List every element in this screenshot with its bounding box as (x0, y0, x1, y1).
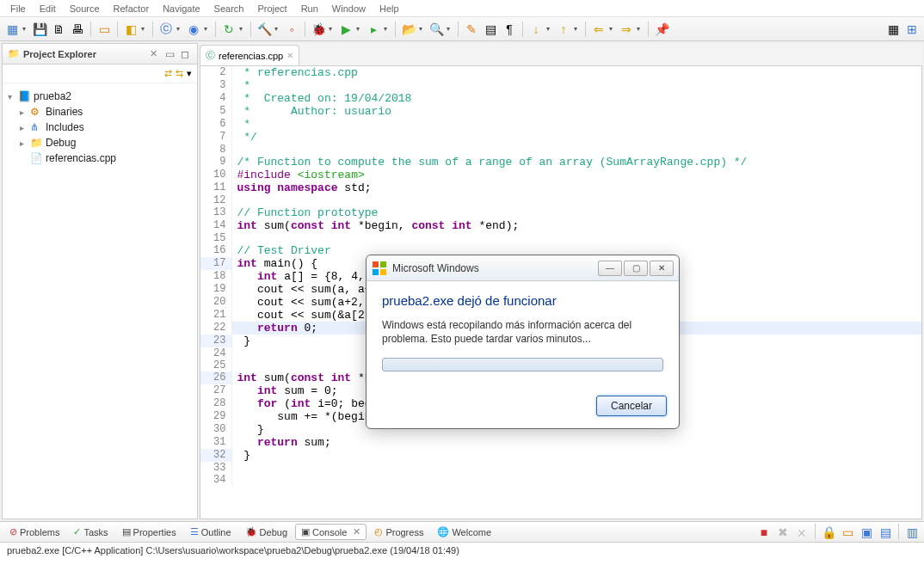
package-icon[interactable]: ◧ (122, 21, 139, 38)
tab-welcome[interactable]: 🌐Welcome (431, 524, 497, 540)
search-dropdown[interactable]: ▾ (447, 25, 453, 33)
perspective-icon[interactable]: ▦ (884, 21, 902, 38)
expand-toggle-icon[interactable]: ▸ (20, 123, 30, 132)
menu-refactor[interactable]: Refactor (107, 2, 157, 15)
tab-label: Tasks (83, 527, 108, 537)
c-dropdown[interactable]: ▾ (176, 25, 183, 33)
cancel-button[interactable]: Cancelar (596, 396, 667, 416)
tree-node-includes[interactable]: ▸ ⋔ Includes (8, 120, 192, 135)
display-selected-icon[interactable]: ▣ (858, 524, 875, 541)
new-dropdown[interactable]: ▾ (22, 25, 29, 33)
stop-icon[interactable]: ◦ (283, 21, 300, 38)
open-perspective-icon[interactable]: ⊞ (903, 21, 921, 38)
code-line (231, 462, 921, 474)
show-whitespace-icon[interactable]: ¶ (501, 21, 518, 38)
refresh-dropdown[interactable]: ▾ (239, 25, 246, 33)
console-output[interactable]: prueba2.exe [C/C++ Application] C:\Users… (0, 543, 924, 571)
target-icon[interactable]: ◉ (185, 21, 202, 38)
tab-debug[interactable]: 🐞Debug (239, 524, 293, 540)
project-icon: 📘 (18, 90, 32, 102)
menu-window[interactable]: Window (325, 2, 373, 15)
expand-toggle-icon[interactable]: ▸ (20, 107, 30, 117)
tab-properties[interactable]: ▤Properties (116, 524, 182, 540)
prev-annotation-icon[interactable]: ↑ (555, 21, 572, 38)
run-icon[interactable]: ▶ (337, 21, 354, 38)
tree-label: Includes (46, 121, 84, 133)
menu-edit[interactable]: Edit (33, 2, 63, 15)
svg-rect-2 (373, 269, 379, 275)
hammer-dropdown[interactable]: ▾ (274, 25, 281, 33)
remove-launch-icon[interactable]: ✖ (774, 524, 792, 541)
back-dropdown[interactable]: ▾ (609, 25, 616, 33)
tree-node-binaries[interactable]: ▸ ⚙ Binaries (8, 104, 192, 120)
print-icon[interactable]: 🖶 (69, 21, 86, 38)
menu-file[interactable]: File (3, 2, 33, 15)
c-icon[interactable]: ⓒ (157, 21, 175, 38)
expand-toggle-icon[interactable]: ▸ (20, 138, 30, 148)
progress-icon: ◴ (374, 526, 383, 537)
pin-console-icon[interactable]: ▤ (877, 524, 894, 541)
target-dropdown[interactable]: ▾ (204, 25, 211, 33)
code-token (237, 397, 257, 410)
close-icon[interactable]: ✕ (353, 526, 360, 537)
menu-help[interactable]: Help (373, 2, 406, 15)
view-menu-icon[interactable]: ▾ (187, 68, 192, 79)
new-icon[interactable]: ▦ (3, 21, 21, 38)
link-editor-icon[interactable]: ⇆ (176, 68, 183, 79)
scroll-lock-icon[interactable]: 🔒 (820, 524, 837, 541)
menu-navigate[interactable]: Navigate (156, 2, 206, 15)
next-ann-dropdown[interactable]: ▾ (546, 25, 553, 33)
next-annotation-icon[interactable]: ↓ (527, 21, 545, 38)
forward-icon[interactable]: ⇒ (618, 21, 635, 38)
debug-icon[interactable]: 🐞 (310, 21, 327, 38)
tab-progress[interactable]: ◴Progress (368, 524, 429, 540)
menu-source[interactable]: Source (63, 2, 107, 15)
back-icon[interactable]: ⇐ (590, 21, 607, 38)
minimize-icon[interactable]: ▭ (163, 47, 176, 61)
debug-dropdown[interactable]: ▾ (329, 25, 336, 33)
save-icon[interactable]: 💾 (31, 21, 48, 38)
terminate-icon[interactable]: ■ (755, 524, 773, 541)
open-console-icon[interactable]: ▥ (903, 524, 921, 541)
tree-node-file[interactable]: 📄 referencias.cpp (8, 150, 192, 166)
open-type-icon[interactable]: 📂 (400, 21, 417, 38)
close-button[interactable]: ✕ (650, 261, 674, 276)
save-all-icon[interactable]: 🗎 (50, 21, 67, 38)
run-dropdown[interactable]: ▾ (356, 25, 363, 33)
run-last-dropdown[interactable]: ▾ (384, 25, 391, 33)
editor-tab[interactable]: ⓒ referencias.cpp ✕ (200, 45, 299, 65)
menu-project[interactable]: Project (250, 2, 293, 15)
view-close-x[interactable]: ✕ (150, 48, 157, 59)
expand-toggle-icon[interactable]: ▾ (8, 92, 18, 101)
prev-ann-dropdown[interactable]: ▾ (574, 25, 581, 33)
tab-outline[interactable]: ☰Outline (184, 524, 237, 540)
tab-tasks[interactable]: ✓Tasks (67, 524, 114, 540)
run-last-icon[interactable]: ▸ (365, 21, 382, 38)
code-line: /* Function to compute the sum of a rang… (237, 156, 748, 169)
minimize-button[interactable]: — (598, 261, 622, 276)
maximize-button[interactable]: ▢ (624, 261, 648, 276)
dialog-titlebar[interactable]: Microsoft Windows — ▢ ✕ (367, 255, 679, 281)
package-dropdown[interactable]: ▾ (141, 25, 148, 33)
close-icon[interactable]: ✕ (286, 51, 293, 60)
build-icon[interactable]: ▭ (95, 21, 113, 38)
tree-node-debug[interactable]: ▸ 📁 Debug (8, 135, 192, 150)
tree-project-root[interactable]: ▾ 📘 prueba2 (8, 89, 192, 104)
pin-icon[interactable]: 📌 (653, 21, 670, 38)
remove-all-icon[interactable]: ⨯ (793, 524, 810, 541)
menu-search[interactable]: Search (207, 2, 251, 15)
maximize-icon[interactable]: ◻ (178, 47, 192, 61)
tab-console[interactable]: ▣Console✕ (295, 524, 367, 540)
code-token: int (237, 219, 264, 232)
search-icon[interactable]: 🔍 (428, 21, 445, 38)
tab-problems[interactable]: ⊘Problems (3, 524, 65, 540)
refresh-icon[interactable]: ↻ (220, 21, 237, 38)
clear-console-icon[interactable]: ▭ (839, 524, 856, 541)
hammer-icon[interactable]: 🔨 (256, 21, 273, 38)
toggle-block-icon[interactable]: ▤ (482, 21, 499, 38)
collapse-all-icon[interactable]: ⇄ (164, 68, 172, 79)
open-type-dropdown[interactable]: ▾ (419, 25, 426, 33)
toggle-mark-icon[interactable]: ✎ (463, 21, 480, 38)
fwd-dropdown[interactable]: ▾ (637, 25, 644, 33)
menu-run[interactable]: Run (294, 2, 325, 15)
